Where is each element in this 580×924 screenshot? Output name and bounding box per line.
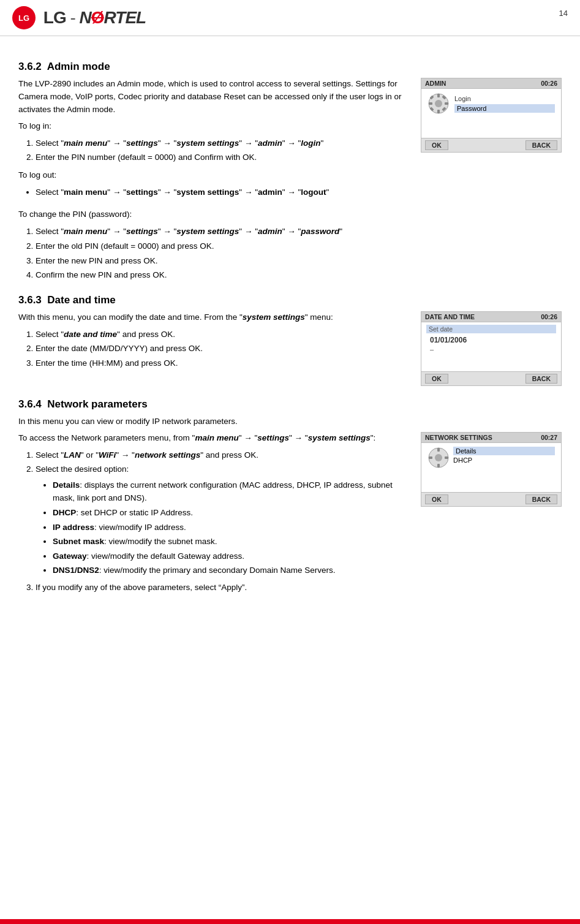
admin-screen-body: Login Password: [421, 89, 561, 138]
logo-text: LG - NØRTEL: [39, 8, 146, 28]
svg-rect-5: [437, 110, 440, 113]
admin-screen-footer: OK BACK: [421, 138, 561, 152]
svg-rect-15: [437, 464, 440, 468]
date-screen-header: DATE AND TIME 00:26: [421, 312, 561, 322]
svg-rect-16: [429, 456, 432, 459]
password-field-label: Password: [454, 104, 555, 113]
network-content: To access the Network parameters menu, f…: [18, 432, 562, 599]
admin-back-button[interactable]: BACK: [525, 140, 557, 150]
pin-step-4: Confirm the new PIN and press OK.: [36, 268, 562, 282]
network-step-2: Select the desired option: Details: disp…: [36, 463, 411, 577]
logout-step-1: Select "main menu" → "settings" → "syste…: [36, 186, 411, 199]
date-ok-button[interactable]: OK: [425, 374, 448, 384]
login-step-1: Select "main menu" → "settings" → "syste…: [36, 137, 411, 150]
date-value: 01/01/2006: [430, 336, 556, 344]
page-number: 14: [559, 9, 568, 18]
section-date-time: 3.6.3 Date and time With this menu, you …: [18, 294, 562, 386]
network-steps-list: Select "LAN" or "WiFi" → "network settin…: [18, 449, 411, 594]
date-screen-title: DATE AND TIME: [425, 313, 475, 320]
option-dns: DNS1/DNS2: view/modify the primary and s…: [53, 564, 411, 577]
network-screen-footer: OK BACK: [421, 492, 561, 506]
gear-icon: [427, 93, 450, 115]
bottom-bar: [0, 919, 580, 924]
login-steps-list: Select "main menu" → "settings" → "syste…: [18, 137, 411, 164]
pin-steps-list: Select "main menu" → "settings" → "syste…: [18, 225, 562, 281]
date-screen-body: Set date 01/01/2006 –: [421, 322, 561, 371]
svg-rect-6: [429, 102, 432, 105]
svg-point-3: [435, 100, 442, 107]
section-admin-title: 3.6.2 Admin mode: [18, 61, 562, 73]
network-screen-body: Details DHCP: [421, 443, 561, 492]
section-network: 3.6.4 Network parameters In this menu yo…: [18, 398, 562, 599]
date-step-1: Select "date and time" and press OK.: [36, 328, 411, 341]
admin-intro: The LVP-2890 includes an Admin mode, whi…: [18, 78, 411, 116]
svg-rect-4: [437, 94, 440, 97]
page-content: 3.6.2 Admin mode The LVP-2890 includes a…: [0, 36, 580, 617]
logout-steps-list: Select "main menu" → "settings" → "syste…: [18, 186, 411, 199]
svg-rect-17: [445, 456, 448, 459]
date-intro: With this menu, you can modify the date …: [18, 311, 411, 324]
network-step-1: Select "LAN" or "WiFi" → "network settin…: [36, 449, 411, 462]
network-gear-icon: [427, 447, 450, 469]
admin-screen-title: ADMIN: [425, 80, 446, 87]
date-step-2: Enter the date (MM/DD/YYYY) and press OK…: [36, 342, 411, 355]
admin-fields-row: Login Password: [427, 93, 555, 115]
network-screen-mockup: NETWORK SETTINGS 00:27: [421, 432, 562, 507]
section-admin-mode: 3.6.2 Admin mode The LVP-2890 includes a…: [18, 61, 562, 282]
svg-point-13: [435, 454, 442, 461]
date-time-text: With this menu, you can modify the date …: [18, 311, 411, 375]
network-back-button[interactable]: BACK: [525, 494, 557, 504]
login-field-label: Login: [454, 94, 555, 104]
admin-screen-mockup: ADMIN 00:26: [421, 78, 562, 153]
admin-device-screen: ADMIN 00:26: [421, 78, 562, 153]
network-text: To access the Network parameters menu, f…: [18, 432, 411, 599]
admin-mode-text: The LVP-2890 includes an Admin mode, whi…: [18, 78, 411, 202]
login-step-2: Enter the PIN number (default = 0000) an…: [36, 151, 411, 164]
login-heading: To log in:: [18, 120, 411, 133]
admin-ok-button[interactable]: OK: [425, 140, 448, 150]
option-details: Details: displays the current network co…: [53, 479, 411, 505]
svg-rect-7: [445, 102, 448, 105]
svg-text:LG: LG: [18, 13, 29, 23]
network-screen-header: NETWORK SETTINGS 00:27: [421, 433, 561, 443]
network-device-screen: NETWORK SETTINGS 00:27: [421, 432, 562, 507]
option-gateway: Gateway: view/modify the default Gateway…: [53, 550, 411, 563]
details-field: Details: [453, 447, 555, 455]
dhcp-field: DHCP: [453, 456, 555, 464]
admin-screen-time: 00:26: [541, 80, 557, 87]
network-field-labels: Details DHCP: [453, 447, 555, 464]
network-options-list: Details: displays the current network co…: [36, 479, 411, 577]
set-date-label: Set date: [426, 325, 556, 333]
svg-rect-14: [437, 448, 440, 452]
date-screen-time: 00:26: [541, 313, 557, 320]
option-ip: IP address: view/modify IP address.: [53, 521, 411, 534]
date-screen-mockup: DATE AND TIME 00:26 Set date 01/01/2006 …: [421, 311, 562, 386]
date-screen-footer: OK BACK: [421, 371, 561, 385]
network-screen-time: 00:27: [541, 434, 557, 441]
pin-step-2: Enter the old PIN (default = 0000) and p…: [36, 240, 562, 253]
date-dash: –: [430, 346, 556, 353]
network-step-3: If you modify any of the above parameter…: [36, 581, 411, 594]
network-intro2: To access the Network parameters menu, f…: [18, 432, 411, 445]
admin-mode-content: The LVP-2890 includes an Admin mode, whi…: [18, 78, 562, 202]
date-back-button[interactable]: BACK: [525, 374, 557, 384]
pin-step-3: Enter the new PIN and press OK.: [36, 254, 562, 268]
network-ok-button[interactable]: OK: [425, 494, 448, 504]
pin-heading: To change the PIN (password):: [18, 208, 562, 221]
page-header: LG LG - NØRTEL 14: [0, 0, 580, 36]
admin-field-labels: Login Password: [454, 94, 555, 113]
logo: LG LG - NØRTEL: [12, 6, 146, 29]
date-device-screen: DATE AND TIME 00:26 Set date 01/01/2006 …: [421, 311, 562, 386]
admin-screen-header: ADMIN 00:26: [421, 78, 561, 89]
lg-circle-logo: LG: [12, 6, 36, 29]
logout-heading: To log out:: [18, 169, 411, 182]
option-dhcp: DHCP: set DHCP or static IP Address.: [53, 506, 411, 520]
section-date-title: 3.6.3 Date and time: [18, 294, 562, 306]
network-fields-row: Details DHCP: [427, 447, 555, 469]
date-time-content: With this menu, you can modify the date …: [18, 311, 562, 386]
section-network-title: 3.6.4 Network parameters: [18, 398, 562, 411]
pin-step-1: Select "main menu" → "settings" → "syste…: [36, 225, 562, 238]
network-intro1: In this menu you can view or modify IP n…: [18, 415, 562, 428]
date-step-3: Enter the time (HH:MM) and press OK.: [36, 357, 411, 370]
network-screen-title: NETWORK SETTINGS: [425, 434, 492, 441]
